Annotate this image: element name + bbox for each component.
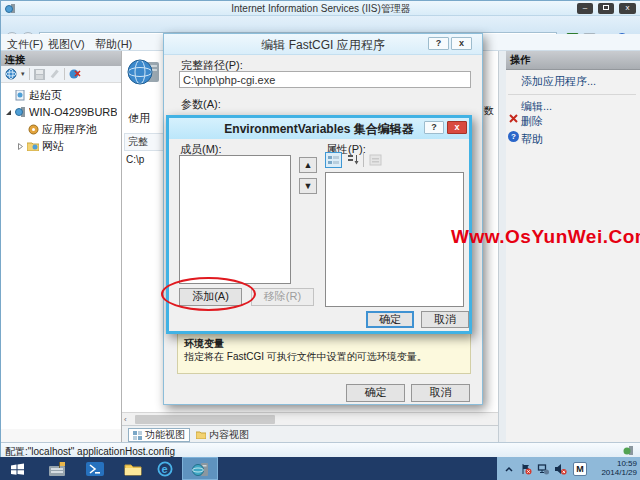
connect-dropdown-icon[interactable]: ▾	[21, 70, 25, 78]
delete-x-icon	[508, 113, 519, 124]
app-pools-icon	[28, 124, 39, 135]
system-tray: M 10:59 2014/1/29	[497, 457, 640, 480]
remove-button[interactable]: 移除(R)	[251, 288, 314, 306]
save-icon[interactable]	[34, 69, 45, 80]
tree-item-app-pools[interactable]: 应用程序池	[28, 122, 97, 136]
status-bar: 配置:"localhost" applicationHost.config	[1, 442, 640, 458]
action-edit[interactable]: 编辑...	[521, 99, 552, 114]
taskbar-internet-explorer[interactable]: e	[148, 457, 182, 480]
toolbar-divider	[29, 68, 30, 80]
taskbar: e M 10:59 2014/1/29	[0, 457, 640, 480]
tab-content-view[interactable]: 内容视图	[192, 428, 253, 442]
taskbar-file-explorer[interactable]	[114, 457, 152, 480]
tree-item-label[interactable]: 起始页	[29, 88, 62, 103]
info-box: 环境变量 指定将在 FastCGI 可执行文件中设置的可选环境变量。	[177, 333, 471, 374]
properties-grid[interactable]	[325, 172, 464, 307]
start-page-icon	[15, 90, 26, 101]
connections-panel: 连接 ▾ 起始页 WIN-O4299BURB13 (WIN-	[1, 51, 122, 442]
actions-divider	[508, 94, 636, 95]
clock-time: 10:59	[601, 459, 637, 468]
tree-item-label[interactable]: WIN-O4299BURB13 (WIN-	[29, 106, 117, 118]
tree-item-label[interactable]: 应用程序池	[42, 122, 97, 137]
tab-label[interactable]: 功能视图	[145, 428, 185, 442]
taskbar-server-manager[interactable]	[38, 457, 76, 480]
full-path-input[interactable]	[179, 71, 471, 88]
window-title: Internet Information Services (IIS)管理器	[1, 2, 640, 16]
status-config-text: 配置:"localhost" applicationHost.config	[5, 446, 175, 457]
svg-text:e: e	[162, 463, 168, 475]
menu-view[interactable]: 视图(V)	[48, 37, 85, 52]
annotation-ellipse	[161, 277, 256, 311]
arguments-label: 参数(A):	[181, 97, 221, 112]
menu-help[interactable]: 帮助(H)	[95, 37, 132, 52]
actions-scrollbar[interactable]	[498, 51, 506, 442]
desktop: Internet Information Services (IIS)管理器 –…	[0, 0, 640, 480]
view-tabs-bar: 功能视图 内容视图	[122, 425, 498, 442]
clock-date: 2014/1/29	[601, 468, 637, 477]
action-add-application[interactable]: 添加应用程序...	[521, 74, 596, 89]
server-node-icon	[15, 107, 26, 118]
connections-tree: 起始页 WIN-O4299BURB13 (WIN- 应用程序池 网站	[1, 83, 121, 429]
move-up-icon[interactable]: ▲	[299, 157, 317, 173]
content-view-icon	[196, 431, 206, 439]
cancel-button[interactable]: 取消	[411, 384, 470, 402]
grid-header-partial[interactable]: 完整	[124, 133, 164, 151]
dialog-close-button[interactable]: x	[451, 37, 472, 50]
taskbar-clock[interactable]: 10:59 2014/1/29	[601, 459, 637, 477]
expanded-arrow-icon[interactable]	[5, 109, 12, 116]
grid-row-partial[interactable]: C:\p	[126, 154, 144, 165]
ime-badge[interactable]: M	[573, 462, 587, 476]
move-down-icon[interactable]: ▼	[299, 178, 317, 194]
connections-toolbar: ▾	[1, 66, 121, 83]
taskbar-iis-manager-active[interactable]	[182, 457, 218, 480]
actions-header: 操作	[506, 51, 640, 70]
remove-connection-icon[interactable]	[69, 68, 81, 80]
iis-manager-icon	[191, 461, 209, 477]
tree-item-label[interactable]: 网站	[42, 139, 64, 154]
tree-item-sites[interactable]: 网站	[17, 139, 64, 153]
cancel-button[interactable]: 取消	[421, 311, 469, 328]
sort-alphabetical-icon[interactable]	[345, 153, 362, 169]
statusbar-iis-icon	[623, 445, 634, 456]
members-listbox[interactable]	[179, 155, 291, 284]
ie-icon: e	[157, 461, 173, 477]
minimize-button[interactable]: –	[577, 3, 593, 14]
property-pages-icon	[367, 153, 384, 169]
dialog-close-button[interactable]: x	[447, 121, 467, 134]
edit-pencil-icon[interactable]	[49, 69, 60, 80]
tree-item-start-page[interactable]: 起始页	[15, 88, 62, 102]
dialog-help-button[interactable]: ?	[428, 37, 449, 50]
action-help[interactable]: 帮助	[521, 132, 543, 147]
ok-button[interactable]: 确定	[346, 384, 405, 402]
action-center-flag-icon[interactable]	[520, 463, 532, 475]
action-delete[interactable]: 删除	[521, 114, 543, 129]
maximize-button[interactable]	[598, 3, 614, 14]
toolbar-divider	[363, 153, 364, 167]
scrollbar-thumb[interactable]	[135, 415, 275, 424]
volume-muted-icon[interactable]	[554, 463, 567, 475]
features-view-icon	[133, 431, 142, 440]
network-icon[interactable]	[537, 463, 549, 475]
close-button[interactable]: x	[619, 3, 636, 14]
categorized-icon[interactable]	[325, 152, 342, 168]
dialog-help-button[interactable]: ?	[424, 121, 444, 134]
ok-button[interactable]: 确定	[366, 311, 414, 328]
folder-icon	[124, 462, 142, 476]
scroll-left-icon[interactable]: ‹	[124, 415, 127, 424]
tree-item-server[interactable]: WIN-O4299BURB13 (WIN-	[5, 105, 117, 119]
actions-panel: 操作 添加应用程序... 编辑... 删除 ? 帮助	[506, 51, 640, 442]
connect-globe-icon[interactable]	[5, 68, 17, 80]
start-button[interactable]	[0, 457, 34, 480]
tab-label[interactable]: 内容视图	[209, 428, 249, 442]
sites-folder-icon	[27, 141, 39, 151]
help-circle-icon: ?	[508, 131, 519, 142]
menu-file[interactable]: 文件(F)	[7, 37, 43, 52]
chevron-up-icon[interactable]	[504, 465, 514, 473]
taskbar-powershell[interactable]	[76, 457, 114, 480]
server-manager-icon	[48, 461, 66, 477]
tab-features-view[interactable]: 功能视图	[128, 428, 190, 442]
collapsed-arrow-icon[interactable]	[17, 143, 24, 150]
window-titlebar: Internet Information Services (IIS)管理器 –…	[1, 1, 640, 16]
feature-hscrollbar[interactable]: ‹	[122, 412, 498, 425]
toolbar-divider	[64, 68, 65, 80]
